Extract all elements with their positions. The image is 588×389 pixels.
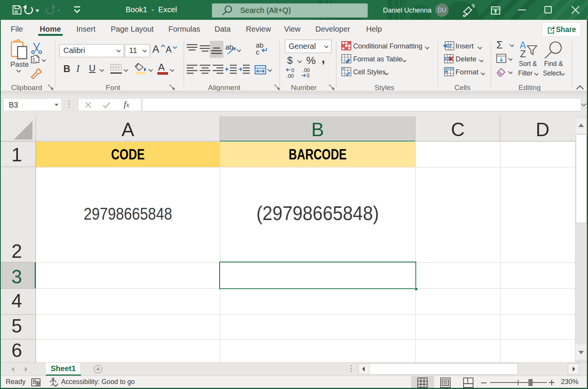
- svg-text:c: c: [256, 48, 259, 56]
- svg-text:0: 0: [307, 72, 310, 79]
- svg-text:.00: .00: [286, 73, 294, 79]
- svg-text:0: 0: [291, 67, 294, 73]
- svg-text:ab: ab: [256, 42, 263, 49]
- svg-text:Z: Z: [520, 48, 526, 59]
